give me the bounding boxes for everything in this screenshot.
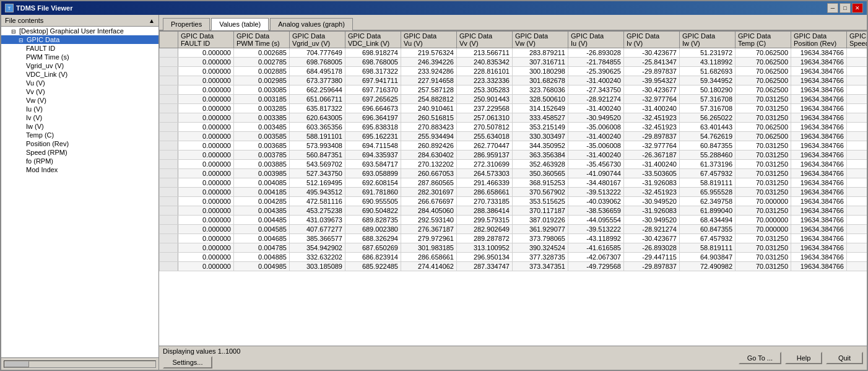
table-cell: 266.676697 [401,197,457,206]
sidebar-tree: ⊟ [Desktop] Graphical User Interface ⊟ G… [1,27,158,357]
row-number [160,67,178,76]
table-cell: 262.770447 [457,141,513,151]
table-cell: 19634.384766 [791,169,847,178]
table-cell: 385.366577 [290,234,345,243]
sidebar-collapse-icon[interactable]: ▲ [149,17,155,24]
table-cell: 684.495178 [290,67,345,76]
sidebar-item-vgrid[interactable]: Vgrid_uv (V) [1,61,158,70]
minimize-button[interactable]: ─ [827,3,838,13]
row-number [160,178,178,188]
table-cell: 70.062500 [736,67,791,76]
table-cell: 686.823914 [345,253,401,262]
row-number [160,76,178,85]
window-title: TDMS File Viewer [16,4,73,12]
table-cell: -31.926083 [624,206,680,216]
table-cell: 560.847351 [290,151,345,160]
table-row: 0.0000000.003385620.643005696.364197260.… [160,113,867,123]
sidebar-item-vw[interactable]: Vw (V) [1,96,158,105]
table-cell: 694.711548 [345,141,401,151]
tab-properties[interactable]: Properties [163,18,210,30]
tab-values-table[interactable]: Values (table) [211,18,269,30]
table-cell: 70.062500 [736,85,791,95]
table-cell: 70.031250 [736,141,791,151]
table-cell: -21.784855 [568,58,624,67]
sidebar-item-modindex[interactable]: Mod Index [1,165,158,174]
row-number [160,169,178,178]
tab-analog-graph[interactable]: Analog values (graph) [270,18,353,30]
quit-button[interactable]: Quit [826,352,863,364]
table-cell: 0.000000 [847,253,867,262]
table-cell: 70.031250 [736,178,791,188]
sidebar-item-vu[interactable]: Vu (V) [1,79,158,87]
table-cell: 68.434494 [680,216,736,225]
table-cell: 70.062500 [736,123,791,132]
table-row: 0.0000000.003585588.191101695.162231255.… [160,132,867,141]
sidebar-item-temp[interactable]: Temp (C) [1,131,158,139]
table-cell: 61.373196 [680,160,736,169]
table-cell: 0.000000 [847,188,867,197]
sidebar-scrollbar-area[interactable] [1,357,158,370]
sidebar-item-speed[interactable]: Speed (RPM) [1,148,158,157]
table-cell: 287.860565 [401,178,457,188]
table-cell: 662.259644 [290,85,345,95]
col-header-temp: GPIC DataTemp (C) [736,32,791,48]
table-row: 0.0000000.004685385.366577688.326294279.… [160,234,867,243]
sidebar-item-desktop[interactable]: ⊟ [Desktop] Graphical User Interface [1,27,158,35]
table-cell: -29.447115 [624,253,680,262]
close-button[interactable]: ✕ [852,3,863,13]
display-status: Displaying values 1..1000 [163,347,240,355]
table-cell: 240.910461 [401,104,457,113]
row-number [160,188,178,197]
table-cell: 0.000000 [178,188,234,197]
table-row: 0.0000000.003085662.259644697.716370257.… [160,85,867,95]
table-cell: 620.643005 [290,113,345,123]
table-cell: 543.569702 [290,160,345,169]
table-cell: 332.632202 [290,253,345,262]
table-cell: 19634.384766 [791,262,847,271]
table-cell: 370.567902 [513,188,568,197]
data-table-container[interactable]: GPIC DataFAULT ID GPIC DataPWM Time (s) … [159,31,867,346]
row-number [160,132,178,141]
table-cell: 0.003885 [234,160,290,169]
table-cell: 19634.384766 [791,113,847,123]
maximize-button[interactable]: □ [840,3,851,13]
sidebar-item-fault-id[interactable]: FAULT ID [1,44,158,53]
col-header-pwm-time: GPIC DataPWM Time (s) [234,32,290,48]
table-cell: 67.457932 [680,169,736,178]
goto-button[interactable]: Go To ... [739,352,781,364]
table-cell: 299.579315 [457,216,513,225]
table-cell: 0.000000 [847,160,867,169]
table-row: 0.0000000.004585407.677277689.002380276.… [160,225,867,234]
table-cell: 300.180298 [513,67,568,76]
table-cell: 373.347351 [513,262,568,271]
help-button[interactable]: Help [785,352,822,364]
table-row: 0.0000000.004485431.039673689.828735292.… [160,216,867,225]
data-table: GPIC DataFAULT ID GPIC DataPWM Time (s) … [159,31,867,271]
table-cell: 43.118992 [680,58,736,67]
sidebar-item-vv[interactable]: Vv (V) [1,87,158,96]
table-cell: 283.879211 [513,48,568,58]
sidebar-item-vdc[interactable]: VDC_Link (V) [1,70,158,79]
sidebar-item-gpic-data[interactable]: ⊟ GPIC Data [1,35,158,44]
table-cell: 228.816101 [457,67,513,76]
sidebar-item-iw[interactable]: Iw (V) [1,122,158,131]
table-row: 0.0000000.003985527.343750693.058899260.… [160,169,867,178]
table-cell: 19634.384766 [791,48,847,58]
table-cell: 361.929077 [513,225,568,234]
sidebar-item-iv[interactable]: Iv (V) [1,113,158,122]
row-number [160,104,178,113]
sidebar-item-position[interactable]: Position (Rev) [1,139,158,148]
sidebar-item-pwm-time[interactable]: PWM Time (s) [1,53,158,61]
table-cell: 254.882812 [401,95,457,104]
col-header-vw: GPIC DataVw (V) [513,32,568,48]
row-number [160,58,178,67]
settings-button[interactable]: Settings... [163,356,212,369]
table-cell: 696.664673 [345,104,401,113]
table-cell: -38.536659 [568,206,624,216]
sidebar-item-fo[interactable]: fo (RPM) [1,157,158,165]
table-cell: 19634.384766 [791,95,847,104]
table-cell: -41.090744 [568,169,624,178]
sidebar-item-iu[interactable]: Iu (V) [1,105,158,113]
table-cell: -44.095554 [568,216,624,225]
table-cell: 697.716370 [345,85,401,95]
